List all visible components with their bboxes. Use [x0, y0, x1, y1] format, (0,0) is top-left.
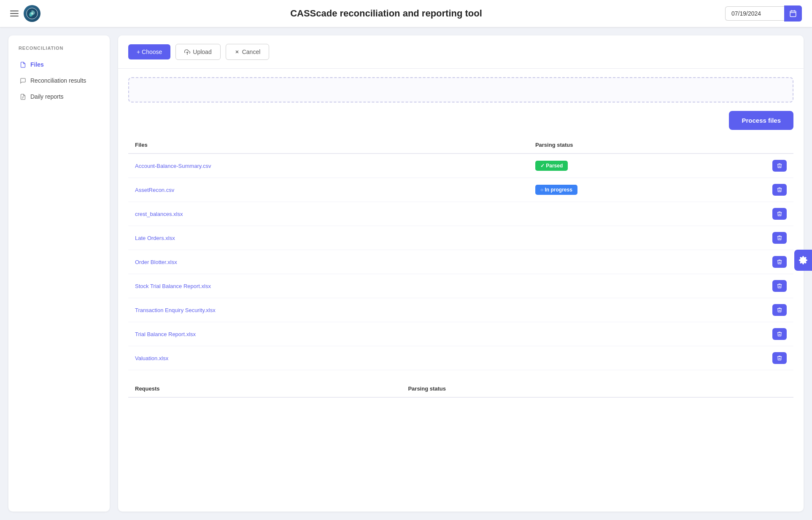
delete-button[interactable]	[772, 280, 787, 292]
cancel-label: Cancel	[242, 48, 261, 55]
action-cell	[766, 226, 793, 250]
cancel-button[interactable]: Cancel	[226, 44, 270, 60]
app-logo	[24, 5, 40, 22]
table-row: Valuation.xlsx	[128, 346, 793, 370]
table-row: Stock Trial Balance Report.xlsx	[128, 274, 793, 298]
action-cell	[766, 274, 793, 298]
trash-icon	[777, 211, 782, 217]
col-parsing-status: Parsing status	[529, 137, 766, 154]
file-name: AssetRecon.csv	[128, 178, 529, 202]
delete-button[interactable]	[772, 328, 787, 340]
parsing-status-cell	[529, 322, 766, 346]
action-cell	[766, 202, 793, 226]
requests-table: Requests Parsing status	[128, 380, 793, 398]
delete-button[interactable]	[772, 304, 787, 316]
menu-icon[interactable]	[10, 11, 19, 16]
delete-button[interactable]	[772, 160, 787, 172]
trash-icon	[777, 235, 782, 241]
trash-icon	[777, 259, 782, 265]
status-badge: ✓ Parsed	[535, 161, 568, 171]
table-row: AssetRecon.csv ○ In progress	[128, 178, 793, 202]
file-name: Stock Trial Balance Report.xlsx	[128, 274, 529, 298]
table-row: Late Orders.xlsx	[128, 226, 793, 250]
col-requests-parsing-status: Parsing status	[401, 380, 768, 397]
action-cell	[766, 322, 793, 346]
sidebar: RECONCILIATION Files Reconciliation resu…	[8, 35, 110, 512]
trash-icon	[777, 307, 782, 313]
trash-icon	[777, 355, 782, 361]
svg-point-1	[31, 12, 33, 14]
chat-icon	[19, 77, 26, 84]
date-input[interactable]	[725, 6, 784, 21]
settings-icon	[799, 256, 808, 265]
sidebar-item-label-daily-reports: Daily reports	[30, 93, 64, 100]
header: CASScade reconciliation and reporting to…	[0, 0, 812, 27]
trash-icon	[777, 187, 782, 193]
delete-button[interactable]	[772, 232, 787, 244]
report-icon	[19, 93, 26, 100]
calendar-button[interactable]	[784, 5, 802, 22]
col-files: Files	[128, 137, 529, 154]
main-layout: RECONCILIATION Files Reconciliation resu…	[0, 27, 812, 520]
upload-button[interactable]: Upload	[175, 44, 220, 60]
requests-table-container: Requests Parsing status	[118, 380, 804, 408]
table-row: Trial Balance Report.xlsx	[128, 322, 793, 346]
parsing-status-cell	[529, 250, 766, 274]
cancel-icon	[235, 49, 240, 54]
delete-button[interactable]	[772, 256, 787, 268]
file-name: Transaction Enquiry Security.xlsx	[128, 298, 529, 322]
date-picker-container	[725, 5, 802, 22]
parsing-status-cell	[529, 298, 766, 322]
table-row: crest_balances.xlsx	[128, 202, 793, 226]
process-area: Process files	[118, 111, 804, 137]
action-cell	[766, 250, 793, 274]
upload-icon	[184, 49, 190, 55]
file-name: crest_balances.xlsx	[128, 202, 529, 226]
sidebar-item-reconciliation-results[interactable]: Reconciliation results	[15, 73, 103, 88]
action-cell	[766, 298, 793, 322]
table-row: Order Blotter.xlsx	[128, 250, 793, 274]
files-table: Files Parsing status Account-Balance-Sum…	[128, 137, 793, 370]
table-row: Account-Balance-Summary.csv ✓ Parsed	[128, 154, 793, 178]
delete-button[interactable]	[772, 352, 787, 364]
trash-icon	[777, 283, 782, 289]
calendar-icon	[789, 10, 797, 17]
file-icon	[19, 61, 26, 68]
table-row: Transaction Enquiry Security.xlsx	[128, 298, 793, 322]
file-name: Trial Balance Report.xlsx	[128, 322, 529, 346]
process-files-button[interactable]: Process files	[729, 111, 793, 130]
action-cell	[766, 154, 793, 178]
sidebar-item-files[interactable]: Files	[15, 57, 103, 72]
sidebar-item-daily-reports[interactable]: Daily reports	[15, 89, 103, 104]
delete-button[interactable]	[772, 208, 787, 220]
file-name: Valuation.xlsx	[128, 346, 529, 370]
action-cell	[766, 178, 793, 202]
delete-button[interactable]	[772, 184, 787, 196]
col-requests: Requests	[128, 380, 401, 397]
main-content: + Choose Upload Cancel Process files	[118, 35, 804, 512]
file-name: Order Blotter.xlsx	[128, 250, 529, 274]
settings-button[interactable]	[794, 250, 812, 271]
parsing-status-cell	[529, 202, 766, 226]
svg-rect-2	[790, 11, 796, 17]
choose-button[interactable]: + Choose	[128, 44, 170, 59]
upload-label: Upload	[193, 48, 211, 55]
status-badge: ○ In progress	[535, 185, 577, 195]
drop-zone[interactable]	[128, 77, 793, 102]
files-table-container: Files Parsing status Account-Balance-Sum…	[118, 137, 804, 380]
sidebar-item-label-reconciliation: Reconciliation results	[30, 77, 86, 84]
file-toolbar: + Choose Upload Cancel	[118, 35, 804, 69]
trash-icon	[777, 163, 782, 169]
parsing-status-cell	[529, 274, 766, 298]
sidebar-item-label-files: Files	[30, 61, 44, 68]
file-name: Account-Balance-Summary.csv	[128, 154, 529, 178]
sidebar-section-title: RECONCILIATION	[15, 46, 103, 51]
trash-icon	[777, 331, 782, 337]
action-cell	[766, 346, 793, 370]
parsing-status-cell	[529, 346, 766, 370]
parsing-status-cell	[529, 226, 766, 250]
app-title: CASScade reconciliation and reporting to…	[47, 8, 725, 19]
file-name: Late Orders.xlsx	[128, 226, 529, 250]
parsing-status-cell: ○ In progress	[529, 178, 766, 202]
parsing-status-cell: ✓ Parsed	[529, 154, 766, 178]
